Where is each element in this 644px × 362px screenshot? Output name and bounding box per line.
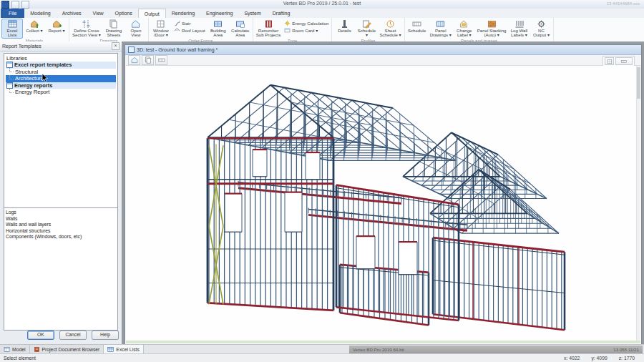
viewport-toolbar [126,55,640,66]
drawing-sheets-button[interactable]: Drawing Sheets [103,19,125,39]
tree-item-energy-reports[interactable]: Energy reports [6,82,116,89]
coord-z: z: 1770 [619,356,635,361]
watermark-text: Vertex BD Pro 2019 64-bit [353,347,404,352]
ribbon-group-zone: Renumber Sub ProjectsEnergy CalculationR… [253,18,333,41]
view-mode-icon[interactable] [605,57,614,65]
tree-item-label: Structural [15,69,38,75]
ok-button[interactable]: OK [27,331,54,340]
tab-options[interactable]: Options [109,9,138,18]
tab-modeling[interactable]: Modeling [24,9,56,18]
panel-stacking-auto-button[interactable]: Panel Stacking (Auto) ▾ [476,19,508,39]
window-door-button[interactable]: Window /Door ▾ [150,19,172,39]
collect-button[interactable]: Collect ▾ [24,19,45,34]
report-button[interactable]: Report ▾ [46,19,67,34]
ribbon-group-profiles: DetailsSchedule ▾Sheet Schedule ▾Profile… [332,18,404,41]
tree-item-structural[interactable]: Structural [6,69,116,76]
horizontal-scrollbar[interactable] [126,341,640,343]
tab-system[interactable]: System [238,9,266,18]
tree-line [9,89,14,93]
model-icon [4,346,10,353]
tree-item-excel-report-templates[interactable]: Excel report templates [6,62,116,69]
layers-dropdown-icon[interactable] [615,57,633,65]
coord-y: y: 4099 [591,356,607,361]
workbook-icon [6,82,13,89]
sheet-schedule-button[interactable]: Sheet Schedule ▾ [378,19,402,39]
change-label-button[interactable]: Change Label ▾ [454,19,475,39]
button-label: Open View [130,29,141,38]
roof-icon [174,27,180,34]
3d-view-icon [128,47,135,53]
tab-output[interactable]: Output [138,9,166,19]
open-view-button[interactable]: Open View [125,19,147,39]
tab-engineering[interactable]: Engineering [200,9,238,18]
tab-rendering[interactable]: Rendering [166,9,200,18]
view-options-group [602,56,635,67]
button-label: Collect ▾ [26,29,42,33]
details-button[interactable]: Details [333,19,355,34]
tree-item-label: Energy reports [14,82,52,89]
button-label: Calculate Area [231,29,249,38]
panel-buttons: OKCancelHelp [0,331,122,340]
tree-item-label: Energy Report [15,89,49,95]
button-label: Roof Layout [182,28,205,33]
button-label: Sheet Schedule ▾ [379,29,401,38]
panel-drawings-button[interactable]: Panel Drawings ▾ [429,19,453,39]
3d-model-canvas[interactable] [126,66,640,341]
description-line: Components (Windows, doors, etc) [6,234,116,240]
panel-title: Report Templates [2,44,42,49]
button-label: Building Area [210,29,226,38]
building-area-button[interactable]: Building Area [208,19,229,39]
template-description-list: LogsWallsWalls and wall layersHorizontal… [4,207,118,331]
button-label: Panel Drawings ▾ [430,29,452,38]
button-label: Drawing Sheets [106,29,122,38]
tree-line [9,75,14,79]
tree-item-label: Excel report templates [14,62,72,68]
ribbon-tab-bar: FileModelingArchivesViewOptionsOutputRen… [0,9,644,19]
zoom-extents-icon[interactable] [128,55,140,65]
tab-file[interactable]: File [1,9,24,18]
tree-item-architectural[interactable]: Architectural [6,75,116,82]
ribbon-group-order-forms: Window /Door ▾StairRoof LayoutBuilding A… [149,18,253,41]
energy-calculation-button[interactable]: Energy Calculation [283,20,330,26]
report-templates-panel: Report Templates × Libraries Excel repor… [0,41,122,345]
viewport-title: 3D: test - Ground floor wall framing * [137,47,218,52]
tab-view[interactable]: View [87,9,109,18]
log-wall-labels-button[interactable]: Log Wall Labels ▾ [508,19,530,39]
renumber-sub-projects-button[interactable]: Renumber Sub Projects [255,19,283,39]
room-card-button[interactable]: Room Card ▾ [283,27,330,34]
description-line: Walls and wall layers [6,222,116,228]
button-label: Report ▾ [48,29,64,33]
button-label: Window /Door ▾ [153,29,169,38]
tab-drafting[interactable]: Drafting [267,9,296,18]
define-cross-section-view-button[interactable]: Define Cross Section View ▾ [71,19,102,39]
tree-item-label: Architectural [15,75,45,82]
status-bar: Select element x: 4022y: 4099z: 1770 [0,353,644,362]
tree-item-energy-report[interactable]: Energy Report [6,89,116,96]
viewport-title-bar: 3D: test - Ground floor wall framing * [125,45,641,55]
schedule-button[interactable]: Schedule [406,19,428,34]
view-list-icon[interactable] [155,55,167,65]
cancel-button[interactable]: Cancel [59,331,87,340]
excel-lists-button[interactable]: Excel Lists [1,19,23,39]
build-info: 13.055 11/21 [613,347,639,352]
window-title: Vertex BD Pro 2019 / 25.0.01 - test [0,1,644,6]
button-label: Change Label ▾ [457,29,472,38]
table-icon [107,346,114,353]
nc-output-button[interactable]: NC Output ▾ [530,19,552,39]
previous-view-icon[interactable] [142,55,154,65]
status-prompt: Select element [4,356,36,361]
ribbon-group-materials: Excel ListsCollect ▾Report ▾Materials [0,18,69,41]
tab-archives[interactable]: Archives [57,9,87,18]
close-icon[interactable]: × [112,42,119,50]
energy-icon [284,20,291,27]
calculate-area-button[interactable]: Calculate Area [230,19,251,39]
description-line: Logs [6,210,116,216]
vertical-scrollbar[interactable] [636,66,640,341]
button-label: Renumber Sub Projects [256,29,281,38]
libraries-label: Libraries [6,55,116,62]
stair-button[interactable]: Stair [172,20,207,26]
schedule-button[interactable]: Schedule ▾ [356,19,377,39]
help-button[interactable]: Help [92,331,119,340]
roof-layout-button[interactable]: Roof Layout [172,27,207,34]
button-label: Panel Stacking (Auto) ▾ [477,29,507,38]
